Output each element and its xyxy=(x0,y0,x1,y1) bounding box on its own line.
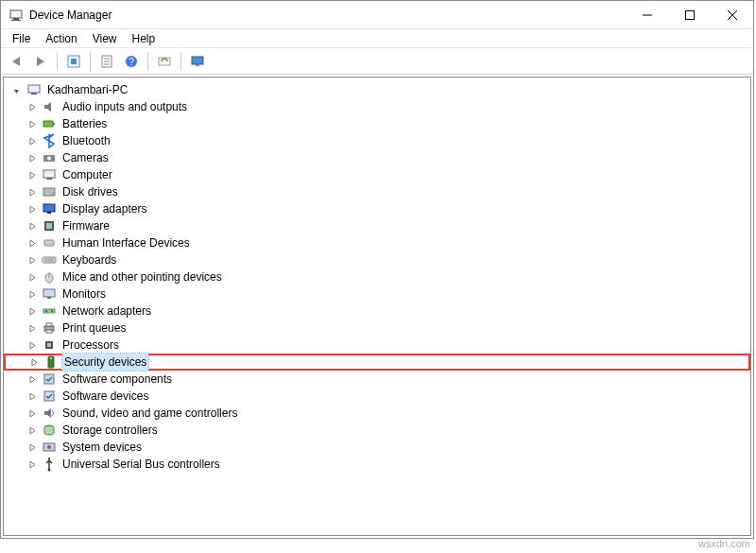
security-icon xyxy=(43,354,59,370)
expander-closed-icon[interactable] xyxy=(26,254,38,266)
tree-item[interactable]: Universal Serial Bus controllers xyxy=(4,456,750,473)
tree-item[interactable]: Mice and other pointing devices xyxy=(4,268,750,285)
toolbar-show-hidden-button[interactable] xyxy=(62,50,85,73)
tree-item[interactable]: Storage controllers xyxy=(4,422,750,439)
tree-item-label: Batteries xyxy=(60,115,109,132)
svg-rect-20 xyxy=(43,121,53,127)
svg-rect-17 xyxy=(196,64,199,66)
battery-icon xyxy=(42,116,57,131)
app-icon xyxy=(9,8,24,23)
tree-item[interactable]: Firmware xyxy=(4,217,750,234)
tree-item[interactable]: Computer xyxy=(4,166,750,183)
expander-closed-icon[interactable] xyxy=(26,186,38,198)
tree-item[interactable]: Cameras xyxy=(4,149,750,166)
close-button[interactable] xyxy=(711,1,753,28)
menu-help[interactable]: Help xyxy=(125,30,163,47)
tree-item-label: Software components xyxy=(60,371,174,388)
tree-item-label: Sound, video and game controllers xyxy=(60,405,239,422)
tree-item[interactable]: Print queues xyxy=(4,320,750,337)
expander-closed-icon[interactable] xyxy=(26,339,38,351)
tree-item-label: Firmware xyxy=(60,217,112,234)
svg-rect-0 xyxy=(10,10,22,18)
tree-item[interactable]: Bluetooth xyxy=(4,132,750,149)
toolbar-separator xyxy=(57,52,58,71)
expander-closed-icon[interactable] xyxy=(26,441,38,453)
tree-root[interactable]: Kadhambari-PC xyxy=(4,81,750,98)
svg-rect-39 xyxy=(47,297,51,299)
toolbar-forward-button[interactable] xyxy=(29,50,52,73)
maximize-button[interactable] xyxy=(668,1,711,28)
tree-item[interactable]: Software devices xyxy=(4,388,750,405)
expander-closed-icon[interactable] xyxy=(26,305,38,317)
svg-rect-18 xyxy=(28,85,40,93)
toolbar-back-button[interactable] xyxy=(5,50,27,73)
tree-item[interactable]: Security devices xyxy=(4,354,750,371)
toolbar-properties-button[interactable] xyxy=(95,50,118,73)
tree-item[interactable]: Monitors xyxy=(4,285,750,302)
tree-item-label: Disk drives xyxy=(60,183,120,200)
bluetooth-icon xyxy=(42,133,57,148)
tree-item[interactable]: Display adapters xyxy=(4,200,750,217)
expander-closed-icon[interactable] xyxy=(26,203,38,215)
expander-closed-icon[interactable] xyxy=(26,407,38,419)
tree-item-label: Keyboards xyxy=(60,251,118,268)
menu-action[interactable]: Action xyxy=(38,30,84,47)
expander-closed-icon[interactable] xyxy=(26,118,38,130)
window-title: Device Manager xyxy=(29,9,626,22)
svg-rect-45 xyxy=(46,330,52,333)
expander-closed-icon[interactable] xyxy=(26,271,38,283)
hid-icon xyxy=(42,235,57,251)
storage-icon xyxy=(42,423,57,438)
expander-closed-icon[interactable] xyxy=(26,288,38,300)
device-tree-pane[interactable]: Kadhambari-PC Audio inputs and outputsBa… xyxy=(3,77,751,536)
tree-item[interactable]: Audio inputs and outputs xyxy=(4,98,750,115)
computer-icon xyxy=(26,82,42,97)
expander-closed-icon[interactable] xyxy=(26,322,38,334)
expander-closed-icon[interactable] xyxy=(26,169,38,181)
tree-item-label: Mice and other pointing devices xyxy=(60,268,224,285)
expander-closed-icon[interactable] xyxy=(26,220,38,232)
expander-closed-icon[interactable] xyxy=(26,424,38,436)
menu-file[interactable]: File xyxy=(5,30,38,47)
expander-open-icon[interactable] xyxy=(11,84,23,95)
tree-item[interactable]: Software components xyxy=(4,371,750,388)
minimize-button[interactable] xyxy=(626,1,668,28)
svg-rect-21 xyxy=(53,123,55,125)
toolbar-help-button[interactable]: ? xyxy=(120,50,143,73)
svg-rect-2 xyxy=(11,20,21,21)
tree-item-label: Human Interface Devices xyxy=(60,234,192,251)
toolbar-scan-button[interactable] xyxy=(153,50,176,73)
tree-item-label: Monitors xyxy=(60,285,108,302)
expander-closed-icon[interactable] xyxy=(26,373,38,385)
tree-item[interactable]: Keyboards xyxy=(4,251,750,268)
menu-view[interactable]: View xyxy=(85,30,125,47)
svg-point-56 xyxy=(48,458,50,459)
svg-rect-40 xyxy=(43,309,55,313)
tree-item[interactable]: Batteries xyxy=(4,115,750,132)
expander-closed-icon[interactable] xyxy=(26,458,38,470)
tree-item-label: Storage controllers xyxy=(60,422,160,439)
software-icon xyxy=(42,389,57,404)
expander-closed-icon[interactable] xyxy=(26,135,38,147)
tree-item[interactable]: Sound, video and game controllers xyxy=(4,405,750,422)
tree-item[interactable]: Human Interface Devices xyxy=(4,234,750,251)
svg-rect-1 xyxy=(13,18,19,20)
tree-item[interactable]: Processors xyxy=(4,337,750,354)
expander-closed-icon[interactable] xyxy=(28,356,40,368)
toolbar: ? xyxy=(1,48,753,75)
tree-item[interactable]: Network adapters xyxy=(4,302,750,320)
system-icon xyxy=(42,440,57,455)
expander-closed-icon[interactable] xyxy=(26,390,38,402)
expander-closed-icon[interactable] xyxy=(26,152,38,164)
toolbar-monitor-button[interactable] xyxy=(186,50,209,73)
expander-closed-icon[interactable] xyxy=(26,237,38,249)
svg-point-42 xyxy=(51,310,53,312)
tree-item-label: Universal Serial Bus controllers xyxy=(60,456,222,473)
tree-item-label: System devices xyxy=(60,439,144,456)
expander-closed-icon[interactable] xyxy=(26,101,38,112)
tree-item-label: Processors xyxy=(60,337,121,354)
tree-item[interactable]: Disk drives xyxy=(4,183,750,200)
svg-rect-29 xyxy=(47,212,51,214)
toolbar-separator xyxy=(90,52,91,71)
tree-item[interactable]: System devices xyxy=(4,439,750,456)
